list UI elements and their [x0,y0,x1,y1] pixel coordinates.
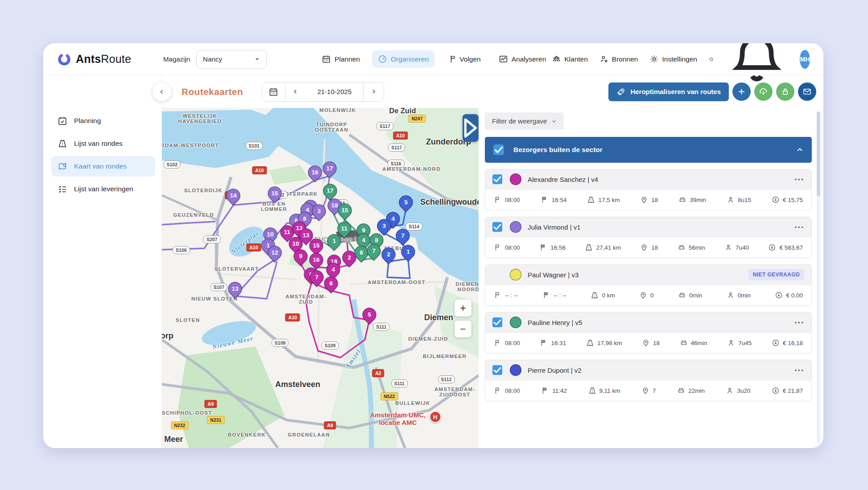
zoom-out-button[interactable]: − [455,321,471,338]
next-day-button[interactable] [363,82,384,101]
tab-label: Organiseren [391,55,429,63]
stops-icon [640,196,648,204]
chevron-down-icon [254,56,260,62]
stat-value: 16:56 [550,244,566,251]
download-routes-button[interactable] [754,82,773,101]
panel-scrollbar [817,111,820,444]
driver-checkbox[interactable] [492,174,502,184]
stops-icon [641,387,649,395]
avatar[interactable]: MH [800,50,810,69]
stat-distance: 27,41 km [585,243,621,251]
add-route-button[interactable] [732,82,751,101]
driver-menu-button[interactable]: ... [794,368,804,372]
stops-icon [639,291,647,299]
stat-drive-time: 46min [680,339,707,347]
sidebar-item-lijst-van-leveringen[interactable]: Lijst van leveringen [51,179,155,199]
marker-number: 4 [391,215,395,222]
send-mail-button[interactable] [798,82,816,101]
driver-color-dot [510,317,521,328]
stat-value: 27,41 km [596,244,621,251]
sidebar-item-kaart-van-rondes[interactable]: Kaart van rondes [51,156,155,177]
driver-name: Julia Virmond | v1 [528,223,581,231]
gauge-icon [378,54,387,64]
workspace-select[interactable]: Nancy [196,50,267,69]
stat-value: 7 [653,387,656,394]
driver-menu-button[interactable]: ... [794,321,804,324]
work-time-icon [727,339,735,347]
antsroute-logo: AntsRoute [57,52,131,67]
calendar-picker-button[interactable] [262,82,285,101]
nav-item-instellingen[interactable]: Instellingen [649,54,697,64]
driver-name: Pierre Dupont | v2 [528,366,582,374]
marker-number: 1 [332,238,336,244]
marker-number: 12 [272,249,278,256]
chevron-up-icon[interactable] [796,146,803,153]
marker-number: 13 [303,232,310,239]
tab-plannen[interactable]: Plannen [316,50,366,68]
tab-label: Plannen [335,55,360,63]
stat-finish-flag: 16:56 [539,243,566,251]
tab-analyseren[interactable]: Analyseren [493,50,552,68]
driver-card-header: Pauline Henry | v5... [485,313,811,332]
sidebar-item-planning[interactable]: Planning [51,111,155,131]
driver-menu-button[interactable]: ... [794,177,804,181]
collapse-panel-button[interactable] [463,114,479,142]
marker-number: 7 [401,233,405,239]
driver-card: Alexandre Sanchez | v4...08:0016:5417,5 … [485,169,812,210]
signpost-icon [446,54,456,64]
driver-checkbox[interactable] [492,365,502,375]
driver-menu-button[interactable]: ... [794,225,804,229]
driver-name: Paul Wagner | v3 [528,271,579,279]
workspace-label: Magazijn [163,55,190,63]
sidebar-item-lijst-van-rondes[interactable]: Lijst van rondes [51,133,155,154]
tab-volgen[interactable]: Volgen [441,50,486,68]
stat-work-time: 3u20 [726,387,750,395]
distance-icon [588,387,596,395]
driver-checkbox[interactable] [492,317,502,327]
marker-number: 8 [375,237,379,244]
nav-item-bronnen[interactable]: Bronnen [599,54,638,64]
distance-icon [585,243,593,251]
marker-number: 6 [329,280,333,287]
stat-distance: 0 km [591,291,615,299]
drivers-section-header[interactable]: Bezorgers buiten de sector [485,137,812,163]
filter-view-dropdown[interactable]: Filter de weergave [485,112,564,130]
stat-work-time: 7u45 [727,339,752,347]
sidebar-item-label: Lijst van leveringen [74,185,133,193]
marker-number: 6 [303,215,306,222]
page-title: Routekaarten [182,86,243,97]
filter-view-label: Filter de weergave [492,117,547,125]
select-all-checkbox[interactable] [493,144,504,155]
collapse-sidebar-button[interactable] [153,82,171,101]
routes-map[interactable]: + − WESTELIJK HAVENGEBIEDMOLENWIJKTUINDO… [162,108,479,448]
stat-value: € 16,18 [783,340,803,346]
stat-drive-time: 56min [678,243,705,251]
previous-day-button[interactable] [285,82,306,101]
finish-flag-icon [539,243,547,251]
stat-drive-time: 39min [678,196,706,204]
current-date[interactable]: 21-10-2025 [306,82,363,101]
stat-work-time: 7u40 [724,243,749,251]
scrollbar-thumb[interactable] [817,111,820,196]
people-icon [552,54,561,64]
lock-icon [781,87,790,96]
driver-stats-row: 08:0016:5627,41 km1856min7u40€ 583,67 [485,237,811,258]
stat-value: 3u20 [737,387,750,394]
lock-routes-button[interactable] [776,82,794,101]
driver-color-dot [510,221,521,233]
reoptimize-routes-button[interactable]: Heroptimaliseren van routes [608,82,729,101]
zoom-in-button[interactable]: + [455,300,471,317]
marker-number: 3 [317,208,321,214]
toolbar: Routekaarten 21-10-2025 [162,75,823,108]
sidebar-item-label: Planning [74,117,101,125]
stat-cost: € 583,67 [768,243,803,251]
tab-organiseren[interactable]: Organiseren [372,50,434,68]
stat-start-flag: 08:00 [494,387,520,395]
stat-stops: 0 [639,291,654,299]
driver-checkbox[interactable] [492,222,502,232]
nav-item-klanten[interactable]: Klanten [552,54,588,64]
chevron-right-icon [371,89,376,95]
stat-value: 22min [688,387,705,394]
search-icon[interactable] [709,54,714,65]
stat-drive-time: 0min [678,291,702,299]
